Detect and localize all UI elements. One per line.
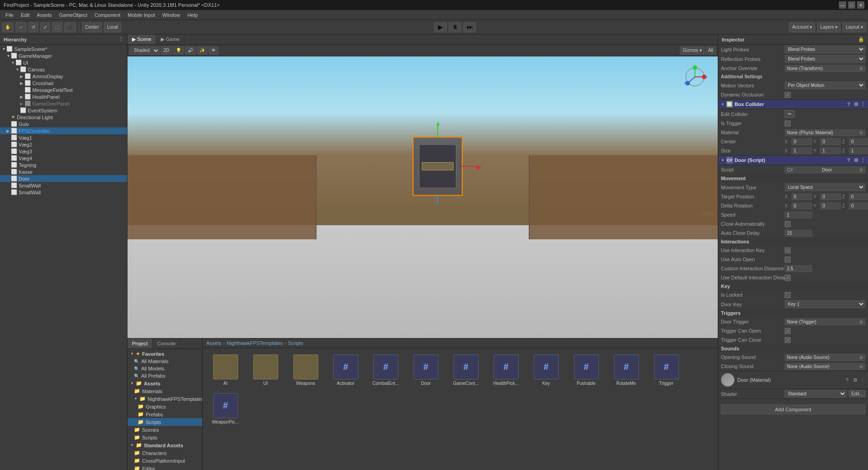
opening-sound-field[interactable]: None (Audio Source) ⊙ bbox=[785, 354, 865, 361]
local-button[interactable]: Local bbox=[104, 22, 121, 32]
hierarchy-item-gulv[interactable]: ⬜ Gulv bbox=[0, 121, 127, 127]
project-all-materials[interactable]: 🔍 All Materials bbox=[128, 358, 202, 365]
move-handle-z[interactable] bbox=[437, 195, 438, 204]
hierarchy-item-ammodisplay[interactable]: ▶ ⬜ AmmoDisplay bbox=[0, 73, 127, 80]
hierarchy-item-messagefieldtext[interactable]: ⬜ MessageFieldText bbox=[0, 86, 127, 93]
file-item-pushable[interactable]: # Pushable bbox=[568, 353, 604, 388]
material-pick-icon[interactable]: ⊙ bbox=[859, 130, 863, 135]
hierarchy-item-gameoverpanel[interactable]: ▶ ⬜ GameOverPanel bbox=[0, 100, 127, 107]
file-item-ai[interactable]: AI bbox=[207, 353, 244, 388]
project-characters[interactable]: 📁 Characters bbox=[128, 449, 202, 457]
tool-scale[interactable]: ⤢ bbox=[40, 22, 50, 32]
project-nighthawkfpstemplates[interactable]: ▼ 📁 NighthawkFPSTemplates bbox=[128, 395, 202, 403]
size-y-input[interactable] bbox=[820, 147, 841, 154]
file-item-combatent[interactable]: # CombatEnt... bbox=[368, 353, 404, 388]
hierarchy-item-gamemanager[interactable]: ▼ ⬜ GameManager bbox=[0, 52, 127, 59]
project-crossplatform[interactable]: 📁 CrossPlatformInput bbox=[128, 457, 202, 465]
edit-collider-button[interactable]: ✏ bbox=[785, 110, 795, 118]
pause-button[interactable]: ⏸ bbox=[449, 22, 461, 32]
layers-button[interactable]: Layers ▾ bbox=[817, 22, 841, 32]
hidden-objects[interactable]: 👁 bbox=[209, 46, 219, 55]
move-handle-x[interactable] bbox=[462, 166, 478, 167]
file-item-healthpick[interactable]: # HealthPick... bbox=[488, 353, 524, 388]
material-help[interactable]: ? bbox=[846, 377, 848, 383]
close-button[interactable]: ✕ bbox=[857, 1, 864, 9]
effects-toggle[interactable]: ✨ bbox=[197, 46, 208, 55]
scene-viewport[interactable]: X Y Z ← Persp ▲ bbox=[128, 56, 718, 338]
tool-move[interactable]: ↔ bbox=[15, 22, 26, 32]
hierarchy-item-kasse[interactable]: ⬜ Kasse bbox=[0, 168, 127, 175]
file-item-ui[interactable]: UI bbox=[247, 353, 284, 388]
door-script-header[interactable]: C# Door (Script) ? ⚙ ⋮ bbox=[718, 156, 868, 165]
reflection-probes-select[interactable]: Blend Probes bbox=[785, 55, 865, 63]
script-field[interactable]: C# Door ⊙ bbox=[785, 167, 865, 173]
menu-mobile-input[interactable]: Mobile Input bbox=[124, 11, 158, 19]
project-all-models[interactable]: 🔍 All Models bbox=[128, 365, 202, 372]
opening-sound-pick-icon[interactable]: ⊙ bbox=[859, 355, 863, 360]
door-key-select[interactable]: Key 1 bbox=[785, 300, 865, 308]
hierarchy-item-vaeg1[interactable]: ⬜ Væg1 bbox=[0, 134, 127, 141]
box-collider-header[interactable]: ⬜ Box Collider ? ⚙ ⋮ bbox=[718, 100, 868, 109]
gizmo-widget[interactable]: X Y Z bbox=[681, 63, 709, 91]
light-probes-select[interactable]: Blend Probes bbox=[785, 45, 865, 53]
project-materials[interactable]: 📁 Materials bbox=[128, 387, 202, 395]
closing-sound-pick-icon[interactable]: ⊙ bbox=[859, 364, 863, 369]
tp-x-input[interactable] bbox=[791, 193, 812, 200]
hierarchy-item-eventsystem[interactable]: ⬜ EventSystem bbox=[0, 107, 127, 114]
hierarchy-item-vaeg2[interactable]: ⬜ Væg2 bbox=[0, 141, 127, 148]
hierarchy-item-smallwall1[interactable]: ⬜ SmallWall bbox=[0, 182, 127, 189]
door-script-more-icon[interactable]: ⋮ bbox=[860, 157, 865, 163]
minimize-button[interactable]: — bbox=[839, 1, 846, 9]
shader-edit-button[interactable]: Edit... bbox=[849, 390, 865, 397]
hierarchy-item-fpscontroller[interactable]: ▶ ⬜ FPSController bbox=[0, 127, 127, 134]
use-default-interaction-checkbox[interactable] bbox=[785, 275, 791, 281]
project-favorites[interactable]: ▼ ★ Favorites bbox=[128, 350, 202, 358]
material-settings-icon[interactable]: ⚙ bbox=[853, 377, 858, 383]
maximize-button[interactable]: □ bbox=[848, 1, 855, 9]
step-button[interactable]: ⏭ bbox=[463, 22, 476, 32]
hierarchy-menu-icon[interactable]: ⋮ bbox=[118, 36, 123, 42]
closing-sound-field[interactable]: None (Audio Source) ⊙ bbox=[785, 363, 865, 370]
file-item-gamecont[interactable]: # GameCont... bbox=[448, 353, 484, 388]
tool-hand[interactable]: ✋ bbox=[2, 22, 14, 32]
path-scripts[interactable]: Scripts bbox=[288, 340, 303, 346]
hierarchy-item-door[interactable]: ⬜ Door bbox=[0, 175, 127, 182]
auto-close-delay-input[interactable] bbox=[785, 230, 812, 237]
lock-icon[interactable]: 🔒 bbox=[858, 36, 864, 42]
project-assets[interactable]: ▼ 📁 Assets bbox=[128, 379, 202, 387]
add-component-button[interactable]: Add Component bbox=[721, 404, 865, 414]
door-script-help[interactable]: ? bbox=[847, 157, 850, 163]
hierarchy-item-smallwall2[interactable]: ⬜ SmallWall bbox=[0, 189, 127, 196]
project-prefabs[interactable]: 📁 Prefabs bbox=[128, 410, 202, 418]
size-z-input[interactable] bbox=[849, 147, 868, 154]
project-scripts[interactable]: 📁 Scripts bbox=[128, 418, 202, 426]
tp-y-input[interactable] bbox=[820, 193, 841, 200]
project-editor[interactable]: 📁 Editor bbox=[128, 465, 202, 470]
hierarchy-item-vaeg4[interactable]: ⬜ Væg4 bbox=[0, 155, 127, 162]
menu-edit[interactable]: Edit bbox=[17, 11, 33, 19]
project-graphics[interactable]: 📁 Graphics bbox=[128, 403, 202, 410]
tool-rect[interactable]: ⬚ bbox=[52, 22, 62, 32]
project-scenes[interactable]: 📁 Scenes bbox=[128, 426, 202, 434]
path-nighthawk[interactable]: NighthawkFPSTemplates bbox=[227, 340, 283, 346]
door-script-settings-icon[interactable]: ⚙ bbox=[854, 157, 858, 163]
material-field[interactable]: None (Physic Material) ⊙ bbox=[785, 129, 865, 136]
menu-component[interactable]: Component bbox=[91, 11, 124, 19]
2d-toggle[interactable]: 2D bbox=[161, 46, 172, 55]
menu-file[interactable]: File bbox=[2, 11, 17, 19]
file-item-door[interactable]: # Door bbox=[408, 353, 444, 388]
file-item-trigger[interactable]: # Trigger bbox=[648, 353, 684, 388]
close-automatically-checkbox[interactable] bbox=[785, 221, 791, 227]
menu-assets[interactable]: Assets bbox=[33, 11, 56, 19]
is-trigger-checkbox[interactable] bbox=[785, 121, 791, 126]
hierarchy-item-directionallight[interactable]: ☀ Directional Light bbox=[0, 114, 127, 121]
project-standard-assets[interactable]: ▼ 📁 Standard Assets bbox=[128, 441, 202, 449]
door-trigger-pick-icon[interactable]: ⊙ bbox=[859, 319, 863, 324]
motion-vectors-select[interactable]: Per Object Motion bbox=[785, 81, 865, 89]
dr-y-input[interactable] bbox=[820, 202, 841, 209]
tab-console[interactable]: Console bbox=[153, 339, 180, 349]
file-item-weapons[interactable]: Weapons bbox=[287, 353, 324, 388]
file-item-rotateme[interactable]: # RotateMe bbox=[608, 353, 644, 388]
tp-z-input[interactable] bbox=[849, 193, 868, 200]
trigger-can-close-checkbox[interactable] bbox=[785, 337, 791, 343]
